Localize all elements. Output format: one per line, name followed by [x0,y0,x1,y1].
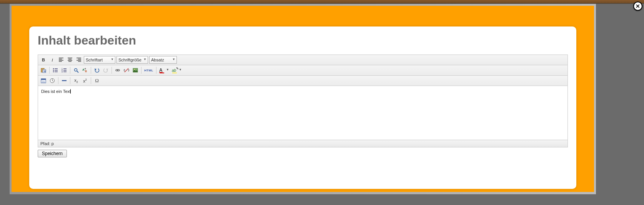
svg-text:W: W [43,70,46,73]
html-source-button[interactable]: HTML [143,66,154,74]
separator [91,67,91,74]
insert-date-button[interactable]: 31 [40,77,47,84]
browser-top-strip [0,0,644,4]
page-title: Inhalt bearbeiten [38,33,568,48]
separator [111,67,112,74]
text-caret [70,89,71,94]
svg-point-16 [53,70,54,71]
svg-line-33 [125,68,128,72]
find-replace-button[interactable]: AB [81,66,89,74]
special-character-button[interactable]: Ω [93,77,101,84]
align-left-button[interactable] [57,56,65,64]
paste-word-button[interactable]: W [40,66,47,74]
svg-text:3: 3 [62,71,63,73]
editor-text: Dies ist ein Text [41,89,71,94]
svg-rect-37 [41,79,46,80]
find-button[interactable] [72,66,80,74]
separator [58,77,58,84]
svg-text:A: A [82,68,85,71]
link-button[interactable] [114,66,121,74]
svg-point-27 [75,69,77,71]
font-size-dropdown[interactable]: Schriftgröße [116,56,148,64]
background-color-dropdown[interactable]: ab ✎ [171,66,183,74]
svg-point-17 [53,71,54,72]
italic-button[interactable]: I [48,56,56,64]
subscript-button[interactable]: x2 [72,77,80,84]
separator [141,67,141,74]
close-icon: ✕ [636,3,640,9]
insert-time-button[interactable] [48,77,56,84]
separator [91,77,91,84]
svg-point-15 [53,68,54,69]
separator [49,67,50,74]
superscript-button[interactable]: x2 [81,77,89,84]
editor-status-bar: Pfad: p [38,140,567,147]
toolbar-row-1: B I Schriftart Schriftgröße Absatz [38,55,567,65]
svg-point-32 [117,69,120,71]
bold-button[interactable]: B [40,56,47,64]
redo-button[interactable] [102,66,110,74]
horizontal-rule-button[interactable] [60,77,68,84]
text-color-dropdown[interactable]: A [158,66,170,74]
path-display[interactable]: Pfad: p [40,141,54,146]
close-modal-button[interactable]: ✕ [633,2,642,11]
action-row: Speichern [38,150,568,157]
image-button[interactable] [131,66,139,74]
edit-content-panel: Inhalt bearbeiten B I Schriftart Schrift… [29,26,576,189]
unlink-button[interactable] [123,66,130,74]
svg-text:31: 31 [42,80,45,83]
separator [156,67,156,74]
toolbar-row-3: 31 x2 x2 Ω [38,76,567,86]
toolbar-row-2: W 123 AB [38,65,567,76]
block-format-dropdown[interactable]: Absatz [149,56,177,64]
save-button[interactable]: Speichern [38,150,67,157]
modal-background: Inhalt bearbeiten B I Schriftart Schrift… [12,6,594,192]
font-family-dropdown[interactable]: Schriftart [84,56,115,64]
separator [70,77,70,84]
undo-button[interactable] [93,66,101,74]
svg-point-35 [134,69,135,70]
numbered-list-button[interactable]: 123 [60,66,68,74]
editor-content-area[interactable]: Dies ist ein Text [38,86,567,140]
separator [70,67,70,74]
bullet-list-button[interactable] [52,66,59,74]
svg-line-28 [77,71,78,73]
rich-text-editor: B I Schriftart Schriftgröße Absatz W [38,55,568,147]
svg-text:B: B [85,70,87,73]
align-right-button[interactable] [75,56,83,64]
align-center-button[interactable] [66,56,74,64]
